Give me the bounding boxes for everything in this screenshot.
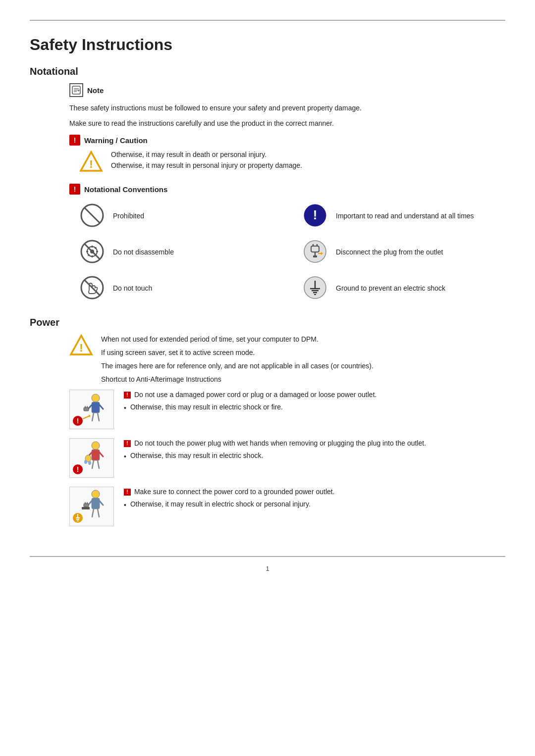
power-section: Power ! When not used for extended perio… — [30, 317, 505, 526]
page-title: Safety Instructions — [30, 36, 505, 54]
note-text2: Make sure to read the instructions caref… — [69, 118, 505, 129]
note-text1: These safety instructions must be follow… — [69, 103, 505, 113]
warning-text1: Otherwise, it may result in death or per… — [111, 151, 302, 158]
power-block-1-text: ! Do not use a damaged power cord or plu… — [124, 390, 376, 413]
power-warning-block: ! When not used for extended period of t… — [69, 334, 505, 385]
important-label: Important to read and understand at all … — [336, 211, 474, 221]
power-block1-bullet: • Otherwise, this may result in electric… — [124, 402, 376, 413]
icon-important: ! Important to read and understand at al… — [302, 202, 505, 230]
svg-point-60 — [84, 460, 87, 464]
power-text3: The images here are for reference only, … — [101, 361, 374, 371]
prohibited-icon — [79, 202, 105, 230]
svg-point-64 — [92, 490, 100, 498]
svg-line-43 — [100, 405, 103, 409]
icon-grid: Prohibited ! Important to read and under… — [79, 202, 505, 302]
note-icon — [69, 83, 83, 97]
svg-line-67 — [100, 501, 103, 505]
power-texts: When not used for extended period of tim… — [101, 334, 374, 385]
svg-line-69 — [98, 509, 99, 517]
svg-rect-54 — [92, 450, 100, 460]
power-block3-bullet: • Otherwise, it may result in electric s… — [124, 499, 335, 510]
icon-prohibited: Prohibited — [79, 202, 282, 230]
svg-line-56 — [100, 453, 103, 456]
power-block2-main: Do not touch the power plug with wet han… — [134, 439, 426, 447]
no-disassemble-label: Do not disassemble — [113, 248, 174, 257]
notational-conventions-header: ! Notational Conventions — [69, 184, 505, 195]
red-icon-2: ! — [124, 440, 131, 447]
svg-line-51 — [83, 416, 90, 419]
warning-caution-label: Warning / Caution — [84, 136, 148, 145]
svg-rect-65 — [92, 498, 100, 509]
svg-line-7 — [84, 207, 100, 223]
warning-text2: Otherwise, it may result in personal inj… — [111, 161, 302, 169]
svg-text:!: ! — [79, 342, 83, 354]
power-block-3-text: ! Make sure to connect the power cord to… — [124, 487, 335, 510]
svg-point-61 — [88, 461, 91, 465]
important-icon: ! — [302, 202, 328, 230]
power-image-2: ! — [69, 438, 114, 478]
no-disassemble-icon — [79, 239, 105, 266]
red-icon-1: ! — [124, 392, 131, 399]
notational-section-title: Notational — [30, 66, 505, 77]
svg-line-68 — [92, 509, 94, 517]
warning-texts: Otherwise, it may result in death or per… — [111, 151, 302, 169]
power-block-2: ! ! Do not touch the power plug with wet… — [69, 438, 505, 478]
power-triangle-icon: ! — [69, 334, 93, 357]
svg-line-45 — [98, 413, 99, 421]
bottom-border — [30, 546, 505, 557]
warning-caution-header: ! Warning / Caution — [69, 135, 505, 146]
no-touch-icon — [79, 275, 105, 302]
notational-conv-icon: ! — [69, 184, 80, 195]
power-block1-main: Do not use a damaged power cord or plug … — [134, 391, 377, 399]
ground-label: Ground to prevent an electric shock — [336, 284, 445, 294]
power-block-1: ! ! Do not use a damaged power cord or p… — [69, 390, 505, 429]
svg-rect-70 — [84, 504, 89, 507]
power-text2: If using screen saver, set it to active … — [101, 348, 374, 358]
svg-line-58 — [98, 460, 99, 468]
svg-point-53 — [92, 442, 100, 450]
svg-point-40 — [92, 394, 100, 402]
warning-caution-icon: ! — [69, 135, 80, 146]
power-text1: When not used for extended period of tim… — [101, 334, 374, 345]
power-image-3 — [69, 487, 114, 526]
power-block-2-text: ! Do not touch the power plug with wet h… — [124, 438, 426, 462]
power-text4: Shortcut to Anti-Afterimage Instructions — [101, 374, 374, 385]
icon-no-touch: Do not touch — [79, 275, 282, 302]
svg-text:!: ! — [313, 207, 318, 222]
svg-rect-73 — [82, 507, 90, 509]
icon-no-disassemble: Do not disassemble — [79, 239, 282, 266]
notational-conv-label: Notational Conventions — [84, 185, 167, 194]
svg-marker-52 — [89, 414, 91, 417]
red-icon-3: ! — [124, 489, 131, 496]
power-block3-main: Make sure to connect the power cord to a… — [134, 488, 335, 496]
prohibited-label: Prohibited — [113, 211, 144, 221]
ground-icon — [302, 275, 328, 302]
svg-text:!: ! — [76, 417, 79, 425]
no-touch-label: Do not touch — [113, 284, 152, 294]
disconnect-label: Disconnect the plug from the outlet — [336, 248, 443, 257]
svg-rect-27 — [313, 255, 317, 257]
power-image-1: ! — [69, 390, 114, 429]
icon-disconnect: Disconnect the plug from the outlet — [302, 239, 505, 266]
svg-line-44 — [92, 413, 94, 421]
svg-rect-46 — [84, 407, 89, 411]
svg-line-57 — [92, 460, 94, 468]
note-label: Note — [87, 86, 104, 95]
power-section-title: Power — [30, 317, 505, 328]
power-block2-bullet: • Otherwise, this may result in electric… — [124, 451, 426, 462]
power-block-3: ! Make sure to connect the power cord to… — [69, 487, 505, 526]
note-header: Note — [69, 83, 505, 97]
page-number: 1 — [30, 565, 505, 572]
svg-rect-41 — [92, 402, 100, 413]
svg-text:!: ! — [89, 158, 93, 170]
disconnect-icon — [302, 239, 328, 266]
svg-text:!: ! — [76, 465, 79, 473]
warning-block: ! Otherwise, it may result in death or p… — [79, 151, 505, 174]
icon-ground: Ground to prevent an electric shock — [302, 275, 505, 302]
triangle-icon: ! — [79, 151, 103, 174]
